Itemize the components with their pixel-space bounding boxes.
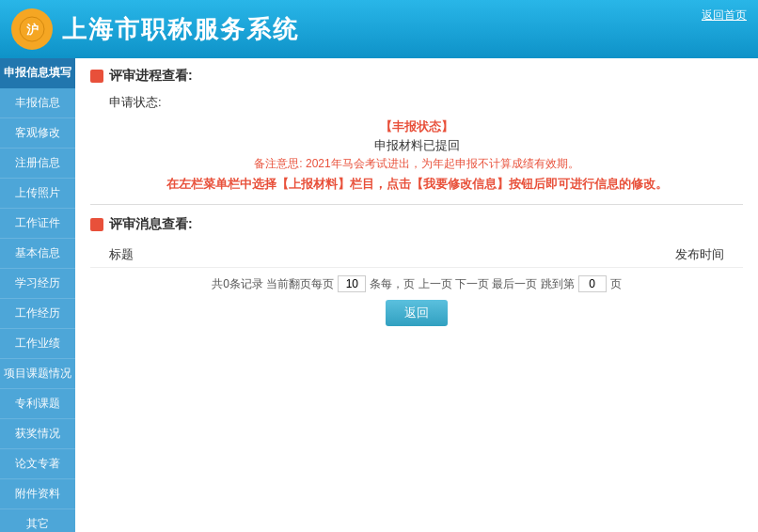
sidebar-item-6[interactable]: 学习经历: [0, 269, 75, 299]
sidebar-item-13[interactable]: 附件资料: [0, 479, 75, 509]
page-size-input[interactable]: [338, 275, 366, 292]
sidebar-item-5[interactable]: 基本信息: [0, 239, 75, 269]
section-divider: [90, 204, 743, 205]
sidebar-item-9[interactable]: 项目课题情况: [0, 359, 75, 389]
sidebar-item-7[interactable]: 工作经历: [0, 299, 75, 329]
sidebar-item-14[interactable]: 其它: [0, 509, 75, 532]
pagination-middle: 条每，页 上一页 下一页 最后一页 跳到第: [370, 276, 574, 292]
return-button[interactable]: 返回: [386, 300, 448, 326]
info-text: 在左栏菜单栏中选择【上报材料】栏目，点击【我要修改信息】按钮后即可进行信息的修改…: [90, 176, 743, 193]
news-section-title: 评审消息查看:: [90, 216, 743, 233]
app-header: 沪 上海市职称服务系统 返回首页: [0, 0, 758, 58]
sidebar-item-0[interactable]: 丰报信息: [0, 88, 75, 118]
col-time: 发布时间: [675, 246, 724, 263]
news-section: 评审消息查看: 标题 发布时间 共0条记录 当前翻页每页 条每，页 上一页 下一…: [90, 216, 743, 326]
status-label: 申请状态:: [109, 94, 162, 111]
pagination: 共0条记录 当前翻页每页 条每，页 上一页 下一页 最后一页 跳到第 页: [90, 275, 743, 292]
section-icon-review: [90, 70, 103, 83]
app-title: 上海市职称服务系统: [62, 13, 299, 46]
svg-text:沪: 沪: [26, 23, 39, 37]
sidebar-item-1[interactable]: 客观修改: [0, 118, 75, 149]
main-content: 评审进程查看: 申请状态: 【丰报状态】 申报材料已提回 备注意思: 2021年…: [75, 58, 758, 532]
return-button-wrapper: 返回: [90, 300, 743, 326]
sidebar-item-8[interactable]: 工作业绩: [0, 329, 75, 359]
sidebar-header: 申报信息填写: [0, 58, 75, 88]
sidebar-item-4[interactable]: 工作证件: [0, 209, 75, 239]
news-table-header: 标题 发布时间: [90, 243, 743, 268]
status-row: 申请状态:: [109, 94, 743, 111]
review-section-title: 评审进程查看:: [90, 68, 743, 85]
main-layout: 申报信息填写 丰报信息 客观修改 注册信息 上传照片 工作证件 基本信息 学习经…: [0, 58, 758, 532]
col-title: 标题: [109, 246, 134, 263]
sidebar-item-3[interactable]: 上传照片: [0, 179, 75, 209]
status-link: 【丰报状态】: [90, 118, 743, 135]
pagination-text: 共0条记录 当前翻页每页: [212, 276, 334, 292]
sidebar-item-11[interactable]: 获奖情况: [0, 419, 75, 449]
sidebar: 申报信息填写 丰报信息 客观修改 注册信息 上传照片 工作证件 基本信息 学习经…: [0, 58, 75, 532]
submitted-text: 申报材料已提回: [90, 137, 743, 154]
pagination-end: 页: [610, 276, 622, 292]
notice-text: 备注意思: 2021年马会考试进出，为年起申报不计算成绩有效期。: [90, 156, 743, 172]
app-logo: 沪: [11, 8, 53, 50]
status-center-block: 【丰报状态】 申报材料已提回 备注意思: 2021年马会考试进出，为年起申报不计…: [90, 118, 743, 193]
sidebar-item-10[interactable]: 专利课题: [0, 389, 75, 419]
page-jump-input[interactable]: [578, 275, 607, 292]
back-home-button[interactable]: 返回首页: [702, 8, 747, 23]
sidebar-item-12[interactable]: 论文专著: [0, 449, 75, 479]
section-icon-news: [90, 218, 103, 231]
sidebar-item-2[interactable]: 注册信息: [0, 149, 75, 179]
